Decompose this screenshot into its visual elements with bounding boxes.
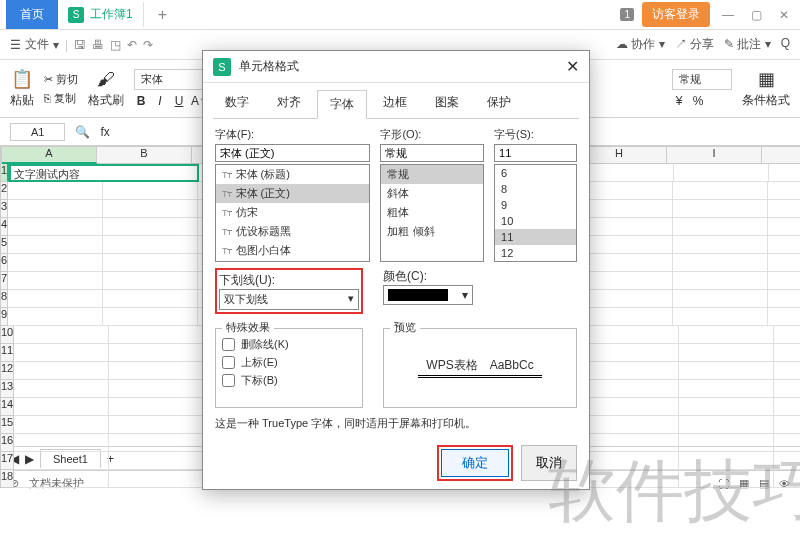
- cell[interactable]: [14, 362, 109, 380]
- cell[interactable]: [578, 290, 673, 308]
- superscript-checkbox[interactable]: 上标(E): [222, 355, 356, 370]
- cell[interactable]: [768, 218, 800, 236]
- row-header[interactable]: 5: [0, 236, 8, 254]
- cell[interactable]: [109, 434, 204, 452]
- cell[interactable]: [109, 416, 204, 434]
- search-button[interactable]: Q: [781, 36, 790, 53]
- strike-checkbox[interactable]: 删除线(K): [222, 337, 356, 352]
- cell[interactable]: [673, 308, 768, 326]
- paste-button[interactable]: 📋 粘贴: [10, 68, 34, 109]
- cell[interactable]: [14, 326, 109, 344]
- row-header[interactable]: 9: [0, 308, 8, 326]
- cell[interactable]: [679, 434, 774, 452]
- qat-print-icon[interactable]: 🖶: [92, 38, 104, 52]
- cell[interactable]: [8, 290, 103, 308]
- cell[interactable]: [14, 380, 109, 398]
- row-header[interactable]: 6: [0, 254, 8, 272]
- row-header[interactable]: 18: [0, 470, 14, 488]
- size-listbox[interactable]: 689101112: [494, 164, 577, 262]
- add-tab-button[interactable]: +: [144, 6, 181, 24]
- tab-protect[interactable]: 保护: [475, 89, 523, 118]
- list-item[interactable]: 斜体: [381, 184, 483, 203]
- row-header[interactable]: 2: [0, 182, 8, 200]
- cell[interactable]: [679, 470, 774, 488]
- cell[interactable]: [673, 254, 768, 272]
- cell[interactable]: [679, 326, 774, 344]
- row-header[interactable]: 15: [0, 416, 14, 434]
- cell[interactable]: [8, 236, 103, 254]
- list-item[interactable]: 加粗 倾斜: [381, 222, 483, 241]
- cell[interactable]: [578, 254, 673, 272]
- cell[interactable]: [103, 272, 198, 290]
- cell[interactable]: [578, 218, 673, 236]
- list-item[interactable]: 粗体: [381, 203, 483, 222]
- cell[interactable]: [109, 344, 204, 362]
- cell[interactable]: 文字测试内容: [9, 164, 199, 182]
- bold-button[interactable]: B: [134, 94, 148, 108]
- tab-font[interactable]: 字体: [317, 90, 367, 119]
- row-header[interactable]: 13: [0, 380, 14, 398]
- cell[interactable]: [14, 398, 109, 416]
- cut-button[interactable]: ✂剪切: [44, 72, 78, 87]
- col-header[interactable]: I: [667, 146, 762, 164]
- tab-border[interactable]: 边框: [371, 89, 419, 118]
- copy-button[interactable]: ⎘复制: [44, 91, 78, 106]
- cell[interactable]: [768, 290, 800, 308]
- cell[interactable]: [103, 200, 198, 218]
- cell[interactable]: [584, 434, 679, 452]
- percent-icon[interactable]: %: [691, 94, 705, 108]
- list-item[interactable]: Tᴛ包图小白体: [216, 241, 369, 260]
- cell[interactable]: [673, 290, 768, 308]
- list-item[interactable]: 9: [495, 197, 576, 213]
- list-item[interactable]: Tᴛ宋体 (标题): [216, 165, 369, 184]
- list-item[interactable]: Tᴛ宋体 (正文): [216, 184, 369, 203]
- cell[interactable]: [103, 308, 198, 326]
- cell[interactable]: [768, 254, 800, 272]
- cell[interactable]: [103, 236, 198, 254]
- cell[interactable]: [8, 182, 103, 200]
- row-header[interactable]: 12: [0, 362, 14, 380]
- cell[interactable]: [673, 272, 768, 290]
- list-item[interactable]: 8: [495, 181, 576, 197]
- cell[interactable]: [768, 200, 800, 218]
- subscript-checkbox[interactable]: 下标(B): [222, 373, 356, 388]
- tab-pattern[interactable]: 图案: [423, 89, 471, 118]
- fx-label[interactable]: fx: [100, 125, 109, 139]
- file-menu[interactable]: ☰ 文件 ▾: [10, 36, 59, 53]
- color-combo[interactable]: ▾: [383, 285, 473, 305]
- cell[interactable]: [14, 416, 109, 434]
- cell[interactable]: [578, 308, 673, 326]
- cell[interactable]: [673, 182, 768, 200]
- cell[interactable]: [679, 416, 774, 434]
- underline-combo[interactable]: 双下划线▾: [219, 289, 359, 310]
- cell[interactable]: [14, 434, 109, 452]
- login-button[interactable]: 访客登录: [642, 2, 710, 27]
- cell[interactable]: [578, 272, 673, 290]
- cell[interactable]: [109, 470, 204, 488]
- cell[interactable]: [674, 164, 769, 182]
- row-header[interactable]: 10: [0, 326, 14, 344]
- qat-undo-icon[interactable]: ↶: [127, 38, 137, 52]
- cell[interactable]: [774, 434, 800, 452]
- cell[interactable]: [673, 200, 768, 218]
- cell[interactable]: [578, 236, 673, 254]
- size-input[interactable]: [494, 144, 577, 162]
- row-header[interactable]: 11: [0, 344, 14, 362]
- window-close-icon[interactable]: ✕: [774, 8, 794, 22]
- cell[interactable]: [578, 200, 673, 218]
- style-listbox[interactable]: 常规斜体粗体加粗 倾斜: [380, 164, 484, 262]
- row-header[interactable]: 4: [0, 218, 8, 236]
- dialog-titlebar[interactable]: S 单元格格式 ✕: [203, 51, 589, 83]
- cell[interactable]: [14, 452, 109, 470]
- qat-save-icon[interactable]: 🖫: [74, 38, 86, 52]
- font-listbox[interactable]: Tᴛ宋体 (标题)Tᴛ宋体 (正文)Tᴛ仿宋Tᴛ优设标题黑Tᴛ包图小白体Tᴛ华文…: [215, 164, 370, 262]
- cell[interactable]: [679, 362, 774, 380]
- cell[interactable]: [109, 398, 204, 416]
- cell[interactable]: [768, 308, 800, 326]
- cell[interactable]: [774, 326, 800, 344]
- currency-icon[interactable]: ¥: [672, 94, 686, 108]
- cell[interactable]: [109, 326, 204, 344]
- cell[interactable]: [768, 182, 800, 200]
- cell[interactable]: [774, 416, 800, 434]
- row-header[interactable]: 1: [0, 164, 9, 182]
